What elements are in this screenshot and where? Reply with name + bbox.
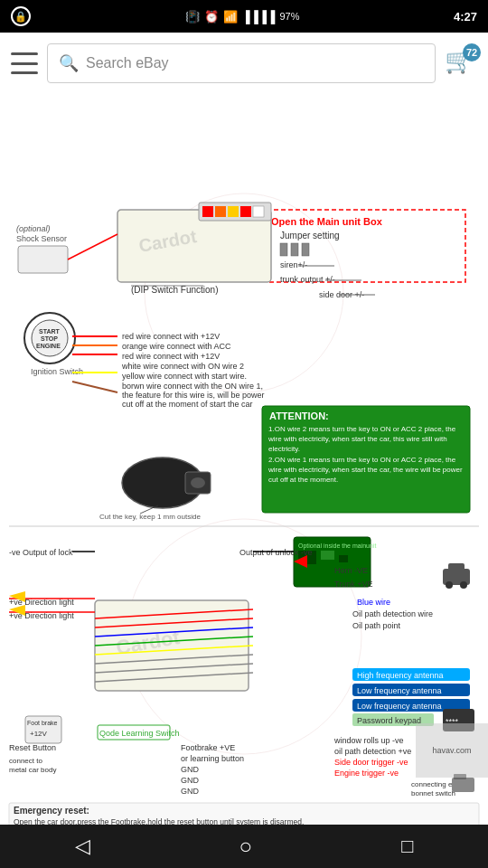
svg-text:High frequency antenna: High frequency antenna (357, 671, 444, 680)
svg-text:the feature for this wire is, : the feature for this wire is, will be po… (122, 391, 265, 400)
svg-rect-19 (240, 206, 251, 217)
svg-text:Horn  -VE: Horn -VE (334, 566, 368, 575)
svg-text:bonnet switch: bonnet switch (411, 789, 455, 797)
svg-text:GND: GND (181, 765, 200, 774)
svg-rect-26 (18, 246, 68, 273)
svg-text:Oil path detection wire: Oil path detection wire (352, 609, 433, 618)
svg-text:Low frequency antenna: Low frequency antenna (357, 702, 442, 711)
cart-button[interactable]: 🛒 72 (445, 47, 477, 80)
svg-rect-71 (448, 563, 465, 571)
svg-text:START: START (39, 328, 61, 335)
svg-rect-5 (280, 243, 287, 256)
clock: 4:27 (454, 10, 477, 24)
svg-rect-20 (253, 206, 264, 217)
svg-rect-62 (339, 555, 348, 562)
svg-text:ATTENTION:: ATTENTION: (269, 410, 329, 421)
svg-rect-16 (202, 206, 213, 217)
svg-text:Blue wire: Blue wire (357, 598, 390, 607)
svg-text:borwn wire connect with the ON: borwn wire connect with the ON wire 1, (122, 382, 263, 391)
svg-text:(DIP Switch Function): (DIP Switch Function) (131, 285, 219, 295)
svg-text:metal car body: metal car body (9, 766, 56, 774)
lock-icon: 🔒 (11, 6, 31, 26)
svg-text:+12V: +12V (30, 730, 48, 738)
svg-text:Foot brake: Foot brake (27, 720, 58, 726)
search-bar[interactable]: 🔍 Search eBay (47, 43, 436, 83)
main-content: Open the Main unit Box Jumper setting si… (0, 94, 488, 825)
svg-text:(optional): (optional) (16, 224, 51, 233)
status-icons: 📳 ⏰ 📶 ▐▐▐▐ 97% (185, 10, 300, 24)
svg-point-72 (446, 581, 453, 589)
svg-text:STOP: STOP (41, 335, 58, 342)
svg-text:yellow wire connect with start: yellow wire connect with start wire. (122, 372, 247, 381)
svg-text:oil path detection  +ve: oil path detection +ve (334, 747, 411, 756)
bottom-nav (0, 825, 488, 868)
svg-text:GND: GND (181, 787, 200, 796)
svg-text:-ve  Output of lock: -ve Output of lock (9, 548, 73, 557)
svg-line-27 (68, 234, 117, 259)
svg-text:Engine trigger  -ve: Engine trigger -ve (334, 769, 399, 778)
svg-text:Password keypad: Password keypad (357, 716, 421, 725)
svg-text:Reset Button: Reset Button (9, 743, 56, 752)
svg-text:white wire connect with ON wir: white wire connect with ON wire 2 (121, 362, 244, 371)
signal-icon: ▐▐▐▐ (242, 10, 276, 24)
svg-rect-61 (321, 551, 334, 560)
cart-badge: 72 (463, 43, 481, 61)
back-button[interactable] (57, 827, 108, 865)
svg-text:cut off at the moment of start: cut off at the moment of start the car (122, 400, 252, 409)
wiring-diagram: Open the Main unit Box Jumper setting si… (0, 94, 488, 825)
alarm-icon: ⏰ (204, 10, 219, 24)
svg-text:Open the car door,press the Fo: Open the car door,press the Footbrake,ho… (14, 817, 304, 825)
search-icon: 🔍 (59, 53, 79, 73)
svg-rect-7 (302, 243, 309, 256)
watermark: havav.com (416, 723, 488, 778)
svg-rect-17 (215, 206, 226, 217)
svg-text:Shock Sensor: Shock Sensor (16, 234, 67, 243)
hamburger-menu[interactable] (11, 52, 38, 74)
search-placeholder: Search eBay (86, 55, 169, 71)
svg-text:Trunk  +VE: Trunk +VE (334, 580, 372, 589)
svg-text:Jumper setting: Jumper setting (280, 231, 340, 241)
svg-rect-120 (452, 778, 474, 792)
battery-icon: 97% (279, 11, 299, 22)
svg-text:GND: GND (181, 776, 200, 785)
svg-text:Low frequency antenna: Low frequency antenna (357, 686, 442, 695)
svg-rect-6 (291, 243, 298, 256)
recent-apps-button[interactable] (383, 827, 431, 865)
svg-text:Open the Main unit Box: Open the Main unit Box (271, 216, 383, 227)
svg-text:red wire connect with +12V: red wire connect with +12V (122, 352, 220, 361)
svg-text:orange wire connect with ACC: orange wire connect with ACC (122, 342, 231, 351)
svg-text:siren+/-: siren+/- (280, 260, 307, 269)
svg-text:trunk output +/-: trunk output +/- (280, 275, 335, 284)
svg-text:Output of unlock  -ve: Output of unlock -ve (239, 548, 313, 557)
svg-text:Qode Learning Switch: Qode Learning Switch (99, 729, 180, 738)
wifi-icon: 📶 (223, 10, 238, 24)
svg-text:Oil path point: Oil path point (352, 621, 401, 630)
svg-text:red wire connect with +12V: red wire connect with +12V (122, 332, 220, 341)
svg-point-73 (460, 581, 467, 589)
vibrate-icon: 📳 (185, 10, 200, 24)
svg-point-52 (191, 477, 205, 488)
status-bar: 🔒 📳 ⏰ 📶 ▐▐▐▐ 97% 4:27 (0, 0, 488, 33)
svg-line-39 (72, 382, 117, 392)
top-nav: 🔍 Search eBay 🛒 72 (0, 33, 488, 94)
svg-text:Emergency reset:: Emergency reset: (14, 806, 89, 816)
svg-text:or learning button: or learning button (181, 754, 244, 763)
svg-text:Footbrake  +VE: Footbrake +VE (181, 743, 235, 752)
svg-text:Side door trigger  -ve: Side door trigger -ve (334, 758, 408, 767)
home-button[interactable] (221, 826, 271, 866)
svg-text:Cut the key, keep 1 mm outside: Cut the key, keep 1 mm outside (99, 513, 201, 521)
svg-rect-18 (228, 206, 239, 217)
svg-text:ENGINE: ENGINE (36, 343, 61, 349)
svg-text:connect to: connect to (9, 757, 42, 765)
svg-text:window rolls up  -ve: window rolls up -ve (333, 736, 404, 745)
